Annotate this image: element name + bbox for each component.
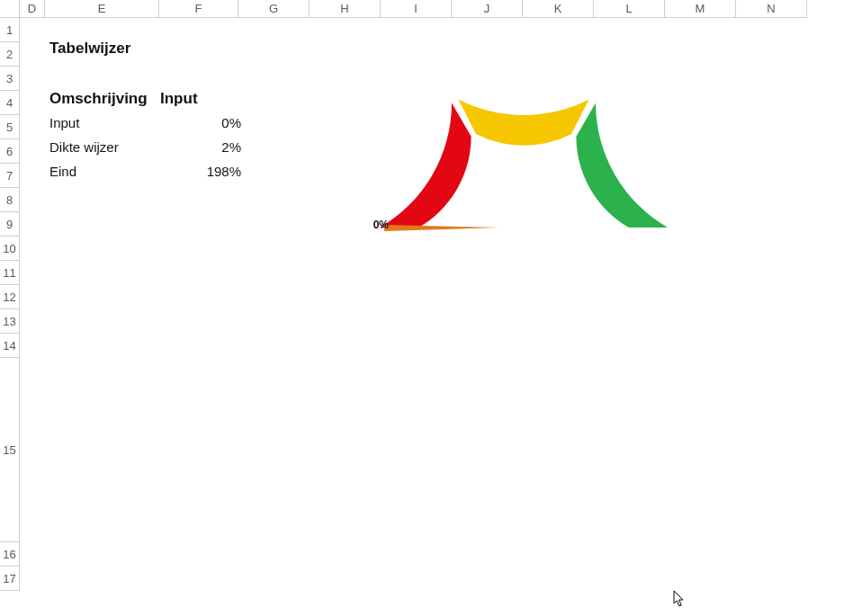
select-all-corner[interactable] bbox=[0, 0, 20, 18]
gauge-value-label: 0% bbox=[373, 219, 389, 231]
column-header-I[interactable]: I bbox=[381, 0, 452, 18]
column-header-M[interactable]: M bbox=[665, 0, 736, 18]
row-dikte-label[interactable]: Dikte wijzer bbox=[49, 139, 160, 155]
row-input-label[interactable]: Input bbox=[49, 115, 160, 130]
column-header-D[interactable]: D bbox=[20, 0, 45, 18]
column-header-H[interactable]: H bbox=[310, 0, 381, 18]
row-header-7[interactable]: 7 bbox=[0, 164, 20, 188]
table-header-omschrijving[interactable]: Omschrijving bbox=[49, 90, 160, 108]
spreadsheet: DEFGHIJKLMN 1234567891011121314151617 Ta… bbox=[0, 0, 853, 616]
gauge-chart[interactable]: 0% bbox=[362, 67, 686, 247]
row-header-5[interactable]: 5 bbox=[0, 115, 20, 139]
row-header-13[interactable]: 13 bbox=[0, 309, 20, 334]
input-table: Omschrijving Input Input 0% Dikte wijzer… bbox=[49, 86, 241, 183]
column-header-L[interactable]: L bbox=[594, 0, 665, 18]
row-header-6[interactable]: 6 bbox=[0, 139, 20, 164]
row-header-4[interactable]: 4 bbox=[0, 91, 20, 115]
row-header-3[interactable]: 3 bbox=[0, 67, 20, 91]
row-eind-label[interactable]: Eind bbox=[49, 164, 160, 179]
column-header-E[interactable]: E bbox=[45, 0, 159, 18]
row-input-value[interactable]: 0% bbox=[160, 115, 241, 130]
column-header-N[interactable]: N bbox=[736, 0, 807, 18]
row-header-15[interactable]: 15 bbox=[0, 358, 20, 542]
column-header-K[interactable]: K bbox=[523, 0, 594, 18]
row-header-1[interactable]: 1 bbox=[0, 18, 20, 42]
gauge-svg bbox=[362, 67, 686, 247]
table-header-input[interactable]: Input bbox=[160, 90, 241, 108]
gauge-arc-green bbox=[576, 103, 668, 228]
row-header-12[interactable]: 12 bbox=[0, 285, 20, 309]
row-header-col: 1234567891011121314151617 bbox=[0, 18, 20, 616]
row-eind-value[interactable]: 198% bbox=[160, 164, 241, 179]
sheet-canvas[interactable]: Tabelwijzer Omschrijving Input Input 0% … bbox=[20, 18, 853, 616]
column-header-F[interactable]: F bbox=[159, 0, 238, 18]
gauge-arc-red bbox=[380, 103, 471, 228]
row-header-8[interactable]: 8 bbox=[0, 188, 20, 212]
column-header-G[interactable]: G bbox=[238, 0, 310, 18]
row-header-2[interactable]: 2 bbox=[0, 42, 20, 67]
row-header-10[interactable]: 10 bbox=[0, 237, 20, 261]
title-cell[interactable]: Tabelwijzer bbox=[49, 40, 130, 58]
row-header-16[interactable]: 16 bbox=[0, 542, 20, 567]
column-header-J[interactable]: J bbox=[452, 0, 523, 18]
gauge-arc-yellow bbox=[458, 99, 588, 145]
column-header-row: DEFGHIJKLMN bbox=[20, 0, 853, 18]
row-header-11[interactable]: 11 bbox=[0, 261, 20, 285]
row-dikte-value[interactable]: 2% bbox=[160, 139, 241, 155]
row-header-14[interactable]: 14 bbox=[0, 334, 20, 358]
row-header-9[interactable]: 9 bbox=[0, 212, 20, 237]
gauge-needle bbox=[384, 225, 498, 231]
row-header-17[interactable]: 17 bbox=[0, 567, 20, 591]
